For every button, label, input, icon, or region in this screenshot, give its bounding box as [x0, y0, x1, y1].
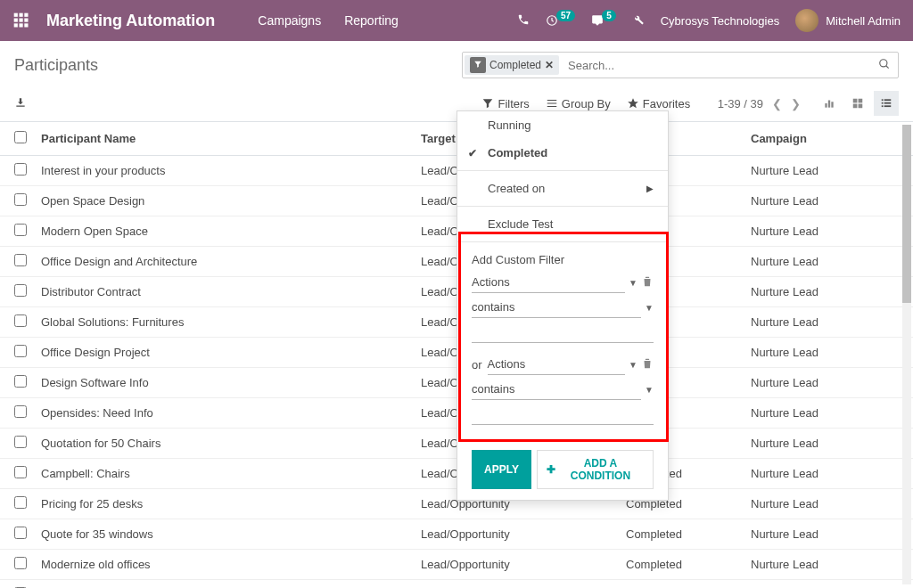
search-bar[interactable]: Completed ✕: [462, 52, 899, 78]
row-checkbox[interactable]: [14, 163, 27, 176]
filter-field-select-2[interactable]: Actions: [488, 354, 626, 375]
phone-icon[interactable]: [517, 13, 530, 29]
apply-button[interactable]: APPLY: [472, 450, 531, 489]
cell-model: Lead/Opportunity: [414, 519, 619, 550]
svg-point-10: [880, 59, 887, 66]
cell-campaign: Nurture Lead: [744, 368, 913, 398]
cell-name: Interest in your products: [34, 156, 414, 186]
svg-rect-20: [882, 102, 884, 104]
row-checkbox[interactable]: [14, 314, 27, 327]
pager-next-icon[interactable]: ❯: [791, 97, 801, 110]
nav-campaigns[interactable]: Campaigns: [258, 13, 321, 28]
row-checkbox[interactable]: [14, 345, 27, 357]
filter-pill-remove[interactable]: ✕: [545, 59, 554, 71]
cell-status: Completed: [619, 580, 744, 589]
export-icon[interactable]: [14, 96, 27, 111]
svg-rect-7: [20, 23, 23, 27]
select-all-checkbox[interactable]: [14, 131, 27, 143]
view-list-icon[interactable]: [874, 91, 899, 116]
delete-condition-2-icon[interactable]: [641, 357, 654, 372]
cell-name: Modern Open Space: [34, 216, 414, 247]
caret-down-icon: ▼: [629, 278, 637, 288]
row-checkbox[interactable]: [14, 466, 27, 478]
view-kanban-icon[interactable]: [845, 91, 870, 116]
add-condition-button[interactable]: ✚ ADD A CONDITION: [537, 450, 654, 489]
cell-campaign: Nurture Lead: [744, 338, 913, 368]
breadcrumb: Participants: [14, 56, 98, 75]
svg-rect-6: [14, 23, 18, 27]
pager-range[interactable]: 1-39 / 39: [718, 97, 763, 110]
search-input[interactable]: [561, 59, 871, 72]
table-row[interactable]: Modernize old offices Lead/Opportunity C…: [0, 550, 913, 580]
cell-campaign: Nurture Lead: [744, 580, 913, 589]
vertical-scrollbar[interactable]: [902, 125, 911, 584]
cell-name: Modernize old offices: [34, 550, 414, 580]
filter-value-input-2[interactable]: [472, 404, 654, 425]
brand-title[interactable]: Marketing Automation: [46, 12, 215, 30]
company-name[interactable]: Cybrosys Technologies: [661, 14, 779, 28]
row-checkbox[interactable]: [14, 254, 27, 266]
svg-rect-23: [884, 105, 892, 107]
row-checkbox[interactable]: [14, 557, 27, 569]
row-checkbox[interactable]: [14, 224, 27, 236]
col-campaign[interactable]: Campaign: [744, 122, 913, 156]
caret-down-icon: ▼: [629, 360, 637, 370]
svg-rect-0: [14, 13, 18, 17]
top-nav: Marketing Automation Campaigns Reporting…: [0, 0, 913, 41]
cell-name: Furnitures for new location: [34, 580, 414, 589]
search-icon[interactable]: [871, 58, 898, 73]
filter-running[interactable]: Running: [457, 111, 668, 139]
filter-completed[interactable]: Completed: [457, 139, 668, 167]
filter-created-on[interactable]: Created on ▶: [457, 175, 668, 202]
cell-campaign: Nurture Lead: [744, 186, 913, 216]
svg-rect-14: [853, 99, 858, 103]
row-checkbox[interactable]: [14, 284, 27, 297]
cell-campaign: Nurture Lead: [744, 519, 913, 550]
filter-exclude-test[interactable]: Exclude Test: [457, 210, 668, 238]
svg-rect-12: [828, 101, 830, 108]
cell-name: Quote for 35 windows: [34, 519, 414, 550]
filter-value-input-1[interactable]: [472, 322, 654, 343]
row-checkbox[interactable]: [14, 436, 27, 448]
cell-name: Quotation for 50 Chairs: [34, 429, 414, 459]
row-checkbox[interactable]: [14, 405, 27, 418]
filter-pill-completed[interactable]: Completed ✕: [465, 55, 559, 75]
wrench-icon[interactable]: [632, 13, 645, 29]
chat-badge[interactable]: 5: [591, 14, 616, 27]
svg-rect-16: [853, 104, 858, 109]
svg-rect-2: [24, 13, 28, 17]
favorites-button[interactable]: Favorites: [627, 97, 690, 110]
nav-reporting[interactable]: Reporting: [344, 13, 399, 28]
filter-op-select-1[interactable]: contains: [472, 297, 641, 318]
pager-prev-icon[interactable]: ❮: [772, 97, 782, 110]
row-checkbox[interactable]: [14, 193, 27, 206]
table-row[interactable]: Furnitures for new location Lead/Opportu…: [0, 580, 913, 589]
row-checkbox[interactable]: [14, 375, 27, 388]
svg-rect-17: [859, 104, 863, 109]
table-row[interactable]: Quote for 35 windows Lead/Opportunity Co…: [0, 519, 913, 550]
plus-icon: ✚: [547, 463, 555, 476]
scrollbar-thumb[interactable]: [902, 125, 911, 303]
user-menu[interactable]: Mitchell Admin: [795, 9, 901, 32]
filter-op-select-2[interactable]: contains: [472, 379, 641, 400]
svg-rect-4: [20, 19, 23, 22]
pager: 1-39 / 39 ❮ ❯: [718, 97, 801, 110]
row-checkbox[interactable]: [14, 496, 27, 509]
filter-field-select-1[interactable]: Actions: [472, 272, 625, 293]
clock-badge[interactable]: 57: [546, 14, 575, 27]
groupby-button[interactable]: Group By: [546, 97, 611, 110]
cell-name: Opensides: Need Info: [34, 398, 414, 429]
svg-rect-18: [882, 99, 884, 101]
row-checkbox[interactable]: [14, 527, 27, 539]
apps-icon[interactable]: [12, 12, 30, 29]
separator: [457, 170, 668, 171]
col-name[interactable]: Participant Name: [34, 122, 414, 156]
cell-name: Office Design and Architecture: [34, 247, 414, 277]
view-graph-icon[interactable]: [817, 91, 842, 116]
filters-button[interactable]: Filters: [481, 97, 529, 110]
cell-campaign: Nurture Lead: [744, 398, 913, 429]
cell-campaign: Nurture Lead: [744, 550, 913, 580]
delete-condition-1-icon[interactable]: [641, 275, 654, 290]
control-panel: Participants Completed ✕ Filters Group B…: [0, 41, 913, 118]
separator: [457, 241, 668, 242]
